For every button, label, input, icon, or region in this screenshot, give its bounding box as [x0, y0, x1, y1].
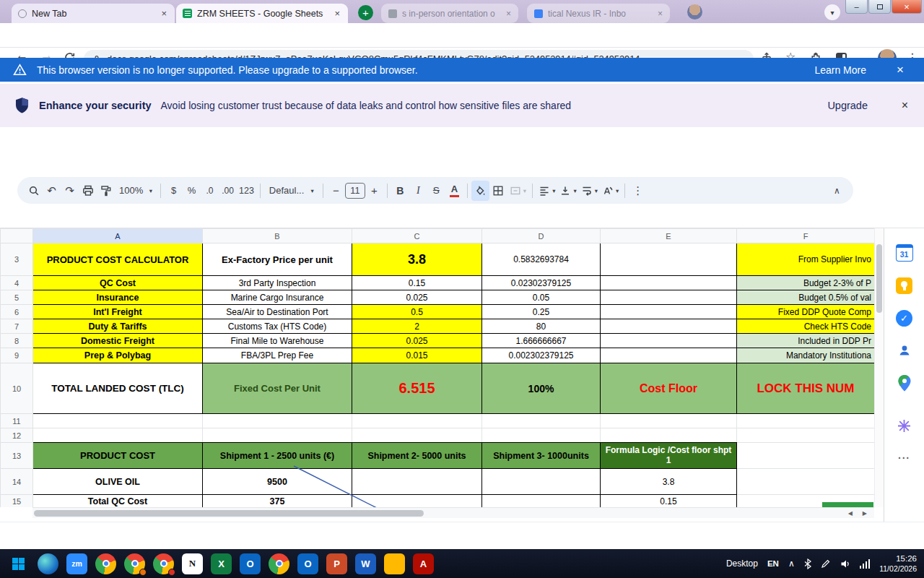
cell-A6[interactable]: Int'l Freight [32, 304, 203, 319]
cell-D11[interactable] [481, 413, 601, 428]
row-header-8[interactable]: 8 [0, 333, 33, 348]
cell-F14[interactable] [736, 468, 874, 495]
cell-F3[interactable]: From Supplier Invo [736, 243, 874, 276]
row-header-10[interactable]: 10 [0, 363, 33, 414]
cell-D12[interactable] [481, 428, 601, 443]
cell-C3[interactable]: 3.8 [352, 243, 482, 276]
cell-A3[interactable]: PRODUCT COST CALCULATOR [32, 243, 203, 276]
cell-C9[interactable]: 0.015 [352, 348, 482, 363]
browser-ghost-tab-2[interactable]: tical Nexus IR - Inbo × [527, 4, 670, 23]
cell-B11[interactable] [202, 413, 352, 428]
cell-C6[interactable]: 0.5 [352, 304, 482, 319]
browser-tab-newtab[interactable]: New Tab × [12, 4, 175, 23]
taskbar-app-notion-icon[interactable]: N [182, 553, 203, 574]
taskbar-app-chrome-profile-2-icon[interactable] [153, 553, 174, 574]
cell-E11[interactable] [600, 413, 737, 428]
font-family-select[interactable]: Defaul...▾ [264, 181, 319, 201]
row-header-9[interactable]: 9 [0, 348, 33, 363]
cell-D15[interactable] [481, 494, 601, 507]
pen-icon[interactable] [821, 558, 831, 569]
cell-D9[interactable]: 0.002302379125 [481, 348, 601, 363]
cell-C7[interactable]: 2 [352, 319, 482, 334]
cell-A9[interactable]: Prep & Polybag [32, 348, 203, 363]
cell-C14[interactable] [352, 468, 482, 495]
row-header-12[interactable]: 12 [0, 428, 33, 443]
start-button-icon[interactable] [9, 554, 27, 573]
cell-B14[interactable]: 9500 [202, 468, 352, 495]
window-maximize-button[interactable] [868, 0, 891, 14]
banner-close-icon[interactable]: × [897, 63, 904, 77]
column-header-C[interactable]: C [352, 228, 482, 243]
cell-E6[interactable] [600, 304, 737, 319]
cell-F13[interactable] [736, 442, 874, 469]
cell-C5[interactable]: 0.025 [352, 290, 482, 305]
cell-B6[interactable]: Sea/Air to Destination Port [202, 304, 352, 319]
select-all-corner[interactable] [0, 228, 33, 243]
keep-notes-icon[interactable] [894, 275, 915, 296]
taskbar-app-edge-icon[interactable] [38, 553, 58, 574]
italic-icon[interactable]: I [409, 181, 427, 201]
upgrade-link[interactable]: Upgrade [827, 100, 868, 111]
cell-E14[interactable]: 3.8 [600, 468, 737, 495]
cell-B8[interactable]: Final Mile to Warehouse [202, 333, 352, 348]
cell-F12[interactable] [736, 428, 874, 443]
more-addons-icon[interactable]: ··· [894, 448, 915, 468]
zoom-select[interactable]: 100%▾ [115, 181, 157, 201]
cell-B9[interactable]: FBA/3PL Prep Fee [202, 348, 352, 363]
decrease-font-size-icon[interactable]: − [327, 181, 345, 201]
taskbar-app-chrome-icon[interactable] [95, 553, 116, 574]
browser-ghost-tab-1[interactable]: s in-person orientation o × [381, 4, 518, 23]
vertical-scrollbar-thumb[interactable] [876, 244, 882, 313]
row-header-14[interactable]: 14 [0, 468, 33, 495]
bold-icon[interactable]: B [391, 181, 409, 201]
column-header-E[interactable]: E [600, 228, 737, 243]
print-icon[interactable] [79, 181, 97, 201]
cell-A12[interactable] [32, 428, 203, 443]
cell-C4[interactable]: 0.15 [352, 275, 482, 290]
font-size-field[interactable]: 11 [345, 183, 365, 199]
cell-B7[interactable]: Customs Tax (HTS Code) [202, 319, 352, 334]
cell-C12[interactable] [352, 428, 482, 443]
cell-B12[interactable] [202, 428, 352, 443]
new-tab-button[interactable]: + [358, 5, 373, 20]
collapse-toolbar-icon[interactable]: ∧ [828, 181, 846, 201]
increase-decimals-icon[interactable]: .00 [219, 181, 237, 201]
cell-D7[interactable]: 80 [481, 319, 601, 334]
tab-close-icon[interactable]: × [160, 9, 168, 18]
row-header-7[interactable]: 7 [0, 319, 33, 334]
cell-E7[interactable] [600, 319, 737, 334]
cell-F8[interactable]: Included in DDP Pr [736, 333, 874, 348]
horizontal-align-icon[interactable]: ▾ [536, 181, 557, 201]
volume-icon[interactable] [840, 559, 850, 569]
merge-cells-icon[interactable]: ▾ [507, 181, 528, 201]
redo-icon[interactable]: ↷ [61, 181, 79, 201]
paint-format-icon[interactable] [97, 181, 115, 201]
cell-B15[interactable]: 375 [202, 494, 352, 507]
scroll-left-icon[interactable]: ◀ [848, 510, 853, 517]
taskbar-app-acrobat-icon[interactable]: A [413, 553, 434, 574]
tab-close-icon[interactable]: × [333, 9, 341, 18]
cell-C8[interactable]: 0.025 [352, 333, 482, 348]
cell-D8[interactable]: 1.666666667 [481, 333, 601, 348]
currency-format-icon[interactable]: $ [165, 181, 183, 201]
cell-E8[interactable] [600, 333, 737, 348]
cell-B4[interactable]: 3rd Party Inspection [202, 275, 352, 290]
cell-F11[interactable] [736, 413, 874, 428]
cell-E5[interactable] [600, 290, 737, 305]
cell-D5[interactable]: 0.05 [481, 290, 601, 305]
row-header-5[interactable]: 5 [0, 290, 33, 305]
undo-icon[interactable]: ↶ [43, 181, 61, 201]
toolbar-more-icon[interactable]: ⋮ [629, 181, 647, 201]
cell-D14[interactable] [481, 468, 601, 495]
text-rotation-icon[interactable]: ▾ [600, 181, 621, 201]
row-header-15[interactable]: 15 [0, 494, 33, 507]
cell-F9[interactable]: Mandatory Institutiona [736, 348, 874, 363]
cell-D3[interactable]: 0.5832693784 [481, 243, 601, 276]
taskbar-app-sticky-notes-icon[interactable] [384, 553, 405, 574]
cell-A14[interactable]: OLIVE OIL [32, 468, 203, 495]
desktop-toolbar-label[interactable]: Desktop [726, 558, 758, 569]
fill-color-icon[interactable] [471, 181, 489, 201]
cell-F4[interactable]: Budget 2-3% of P [736, 275, 874, 290]
taskbar-app-outlook-icon[interactable]: O [240, 553, 261, 574]
text-wrap-icon[interactable]: ▾ [579, 181, 600, 201]
